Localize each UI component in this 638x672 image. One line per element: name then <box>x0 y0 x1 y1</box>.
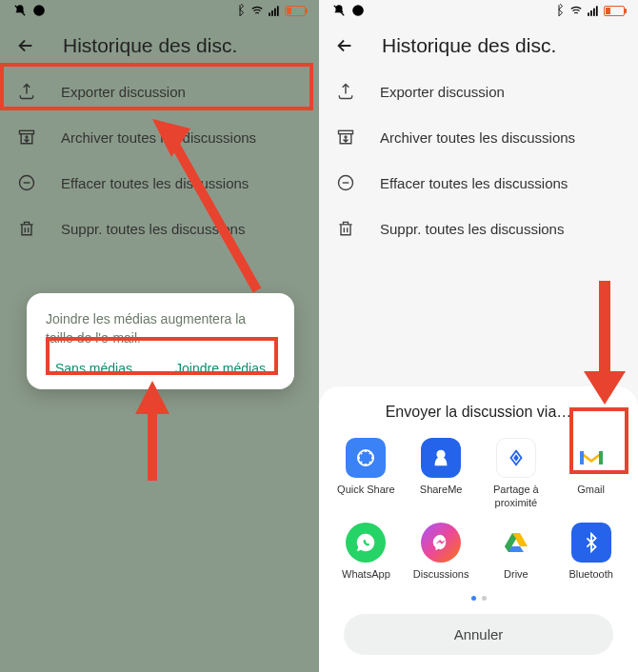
share-sheet: Envoyer la discussion via… Quick Share S… <box>319 386 638 672</box>
wifi-icon <box>250 4 264 17</box>
annotation-arrow-2 <box>124 376 181 490</box>
bell-off-icon <box>13 4 27 17</box>
menu-export[interactable]: Exporter discussion <box>0 69 319 114</box>
svg-rect-14 <box>593 9 595 16</box>
share-app-messenger[interactable]: Discussions <box>406 523 477 581</box>
menu-clear[interactable]: Effacer toutes les discussions <box>319 160 638 206</box>
share-app-whatsapp[interactable]: WhatsApp <box>330 523 402 581</box>
page-title: Historique des disc. <box>382 34 556 57</box>
export-icon <box>17 82 36 101</box>
archive-icon <box>17 128 36 147</box>
bluetooth-icon <box>552 4 566 17</box>
svg-point-18 <box>358 450 373 465</box>
messenger-icon <box>421 523 461 563</box>
nearby-icon <box>496 438 536 478</box>
menu-clear[interactable]: Effacer toutes les discussions <box>0 160 319 206</box>
svg-rect-15 <box>596 6 598 15</box>
with-media-button[interactable]: Joindre médias <box>175 361 266 376</box>
trash-icon <box>17 219 36 238</box>
trash-icon <box>336 219 355 238</box>
back-icon[interactable] <box>334 35 355 56</box>
share-title: Envoyer la discussion via… <box>330 404 627 421</box>
menu-delete[interactable]: Suppr. toutes les discussions <box>319 206 638 251</box>
share-app-bluetooth[interactable]: Bluetooth <box>555 523 627 581</box>
no-media-button[interactable]: Sans médias <box>55 361 132 376</box>
menu-delete[interactable]: Suppr. toutes les discussions <box>0 206 319 251</box>
cancel-button[interactable]: Annuler <box>344 614 613 655</box>
clear-icon <box>17 173 36 192</box>
status-bar <box>319 0 638 21</box>
svg-point-11 <box>352 5 364 16</box>
battery-icon <box>285 6 306 16</box>
menu-archive[interactable]: Archiver toutes les discussions <box>0 114 319 160</box>
signal-icon <box>268 4 281 17</box>
wifi-icon <box>569 4 583 17</box>
status-bar <box>0 0 319 21</box>
drive-icon <box>496 523 536 563</box>
share-app-quickshare[interactable]: Quick Share <box>330 438 402 508</box>
screen-right: Historique des disc. Exporter discussion… <box>319 0 638 672</box>
page-title: Historique des disc. <box>63 34 237 57</box>
gmail-icon <box>571 438 611 478</box>
svg-rect-4 <box>274 9 276 16</box>
svg-rect-12 <box>588 12 589 15</box>
share-app-gmail[interactable]: Gmail <box>555 438 627 508</box>
whatsapp-icon <box>346 523 386 563</box>
header: Historique des disc. <box>0 21 319 69</box>
shareme-icon <box>421 438 461 478</box>
quickshare-icon <box>346 438 386 478</box>
svg-rect-16 <box>339 130 353 133</box>
share-app-shareme[interactable]: ShareMe <box>406 438 477 508</box>
export-icon <box>336 82 355 101</box>
svg-point-1 <box>33 5 45 16</box>
menu-archive[interactable]: Archiver toutes les discussions <box>319 114 638 160</box>
header: Historique des disc. <box>319 21 638 69</box>
share-app-nearby[interactable]: Partage à proximité <box>481 438 552 508</box>
back-icon[interactable] <box>15 35 36 56</box>
spotify-icon <box>32 4 46 17</box>
bluetooth-icon <box>233 4 247 17</box>
spotify-icon <box>351 4 365 17</box>
svg-rect-5 <box>277 6 279 15</box>
clear-icon <box>336 173 355 192</box>
archive-icon <box>336 128 355 147</box>
bluetooth-app-icon <box>571 523 611 563</box>
media-dialog: Joindre les médias augmentera la taille … <box>27 293 294 389</box>
signal-icon <box>587 4 600 17</box>
screen-left: Historique des disc. Exporter discussion… <box>0 0 319 672</box>
pagination-dots <box>330 596 627 601</box>
svg-rect-2 <box>269 12 270 15</box>
battery-icon <box>604 6 625 16</box>
menu-export[interactable]: Exporter discussion <box>319 69 638 114</box>
bell-off-icon <box>332 4 346 17</box>
share-app-drive[interactable]: Drive <box>481 523 552 581</box>
svg-rect-6 <box>20 130 34 133</box>
dialog-message: Joindre les médias augmentera la taille … <box>46 310 275 347</box>
svg-rect-13 <box>590 10 592 16</box>
svg-rect-3 <box>271 10 273 16</box>
